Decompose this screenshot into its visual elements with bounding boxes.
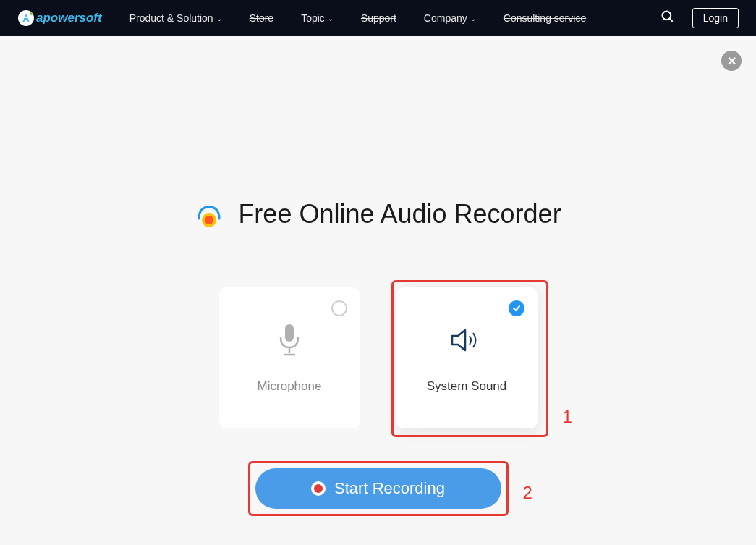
main-content: Free Online Audio Recorder Microphone <box>0 36 756 509</box>
check-empty-icon <box>331 300 347 316</box>
nav-item-consulting[interactable]: Consulting service <box>504 12 586 24</box>
login-button[interactable]: Login <box>692 8 739 28</box>
svg-point-5 <box>205 216 213 224</box>
check-filled-icon <box>509 300 524 316</box>
brand-name: apowersoft <box>36 11 102 25</box>
navbar: apowersoft Product & Solution ⌄ Store To… <box>0 0 756 36</box>
headphone-icon <box>195 200 224 229</box>
option-label: Microphone <box>258 379 322 394</box>
brand-logo-icon <box>17 9 35 27</box>
nav-item-product[interactable]: Product & Solution ⌄ <box>129 12 222 24</box>
nav-item-support[interactable]: Support <box>361 12 396 24</box>
start-button-label: Start Recording <box>334 479 445 498</box>
annotation-number-2: 2 <box>523 483 532 503</box>
chevron-down-icon: ⌄ <box>328 14 334 22</box>
nav-item-company[interactable]: Company ⌄ <box>424 12 476 24</box>
start-recording-button[interactable]: Start Recording <box>255 468 501 509</box>
chevron-down-icon: ⌄ <box>216 14 222 22</box>
options-row: Microphone System Sound 1 <box>219 287 538 428</box>
record-icon <box>311 481 326 496</box>
chevron-down-icon: ⌄ <box>470 14 476 22</box>
brand-logo[interactable]: apowersoft <box>17 9 102 27</box>
option-system-sound[interactable]: System Sound <box>396 287 538 428</box>
nav-right: Login <box>661 8 739 28</box>
speaker-icon <box>449 323 484 358</box>
search-icon[interactable] <box>661 9 675 27</box>
page-title-row: Free Online Audio Recorder <box>195 199 561 229</box>
svg-line-3 <box>669 19 672 22</box>
start-button-wrap: Start Recording 2 <box>255 468 501 509</box>
close-button[interactable]: ✕ <box>721 51 742 71</box>
close-icon: ✕ <box>727 54 736 68</box>
nav-item-topic[interactable]: Topic ⌄ <box>301 12 334 24</box>
nav-items: Product & Solution ⌄ Store Topic ⌄ Suppo… <box>129 12 655 24</box>
option-microphone[interactable]: Microphone <box>219 287 360 428</box>
page-title: Free Online Audio Recorder <box>238 199 561 229</box>
option-label: System Sound <box>427 379 507 394</box>
annotation-number-1: 1 <box>563 407 572 427</box>
svg-point-1 <box>30 12 33 15</box>
svg-rect-6 <box>285 324 294 342</box>
nav-item-store[interactable]: Store <box>250 12 273 24</box>
svg-point-2 <box>662 12 671 20</box>
microphone-icon <box>276 323 302 358</box>
